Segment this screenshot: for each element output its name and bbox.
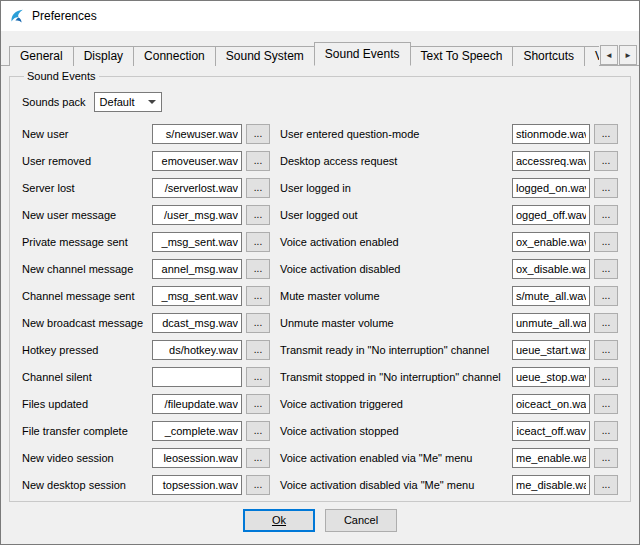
tab-display[interactable]: Display <box>73 46 134 66</box>
sound-file-input[interactable] <box>512 205 590 225</box>
event-label: Voice activation enabled <box>274 236 508 248</box>
titlebar: Preferences <box>1 1 639 31</box>
browse-button[interactable]: ... <box>594 340 618 360</box>
browse-button[interactable]: ... <box>246 394 270 414</box>
sound-file-input[interactable] <box>512 448 590 468</box>
sound-file-input[interactable] <box>152 313 242 333</box>
browse-button[interactable]: ... <box>246 124 270 144</box>
event-label: New broadcast message <box>22 317 148 329</box>
event-label: New desktop session <box>22 479 148 491</box>
tab-sound-events[interactable]: Sound Events <box>314 42 411 66</box>
browse-button[interactable]: ... <box>594 475 618 495</box>
window-title: Preferences <box>32 9 97 23</box>
event-label: Unmute master volume <box>274 317 508 329</box>
sound-file-input[interactable] <box>152 286 242 306</box>
browse-button[interactable]: ... <box>594 448 618 468</box>
tab-shortcuts[interactable]: Shortcuts <box>512 46 585 66</box>
sound-file-input[interactable] <box>152 475 242 495</box>
browse-button[interactable]: ... <box>246 178 270 198</box>
event-label: Transmit ready in "No interruption" chan… <box>274 344 508 356</box>
browse-button[interactable]: ... <box>246 448 270 468</box>
chevron-down-icon <box>148 100 156 104</box>
event-label: Transmit stopped in "No interruption" ch… <box>274 371 508 383</box>
browse-button[interactable]: ... <box>246 151 270 171</box>
sound-file-input[interactable] <box>512 313 590 333</box>
cancel-button[interactable]: Cancel <box>325 509 397 532</box>
event-label: Channel silent <box>22 371 148 383</box>
event-label: Voice activation stopped <box>274 425 508 437</box>
event-label: File transfer complete <box>22 425 148 437</box>
sound-file-input[interactable] <box>152 421 242 441</box>
sound-file-input[interactable] <box>152 178 242 198</box>
app-icon <box>9 8 25 24</box>
browse-button[interactable]: ... <box>594 286 618 306</box>
browse-button[interactable]: ... <box>594 394 618 414</box>
sound-file-input[interactable] <box>512 259 590 279</box>
tab-video[interactable]: Video <box>584 46 599 66</box>
browse-button[interactable]: ... <box>594 313 618 333</box>
event-label: User removed <box>22 155 148 167</box>
browse-button[interactable]: ... <box>594 205 618 225</box>
sound-file-input[interactable] <box>512 124 590 144</box>
sound-file-input[interactable] <box>512 394 590 414</box>
tab-scroll-left-button[interactable]: ◄ <box>600 45 618 65</box>
browse-button[interactable]: ... <box>594 421 618 441</box>
browse-button[interactable]: ... <box>246 367 270 387</box>
browse-button[interactable]: ... <box>246 475 270 495</box>
event-label: User logged out <box>274 209 508 221</box>
sound-file-input[interactable] <box>152 151 242 171</box>
event-label: User entered question-mode <box>274 128 508 140</box>
sound-file-input[interactable] <box>512 475 590 495</box>
sound-file-input[interactable] <box>512 151 590 171</box>
ok-button[interactable]: Ok <box>243 509 315 532</box>
sounds-pack-value: Default <box>100 96 135 108</box>
tab-scroll-control: ◄ ► <box>599 45 637 65</box>
sound-file-input[interactable] <box>152 340 242 360</box>
sound-file-input[interactable] <box>152 259 242 279</box>
browse-button[interactable]: ... <box>246 421 270 441</box>
event-label: Private message sent <box>22 236 148 248</box>
sound-file-input[interactable] <box>512 367 590 387</box>
browse-button[interactable]: ... <box>594 259 618 279</box>
sound-file-input[interactable] <box>512 232 590 252</box>
tab-bar: GeneralDisplayConnectionSound SystemSoun… <box>1 43 639 66</box>
event-label: Voice activation disabled via "Me" menu <box>274 479 508 491</box>
event-label: User logged in <box>274 182 508 194</box>
sound-file-input[interactable] <box>152 232 242 252</box>
event-label: New user <box>22 128 148 140</box>
event-label: Files updated <box>22 398 148 410</box>
sound-file-input[interactable] <box>152 124 242 144</box>
browse-button[interactable]: ... <box>246 232 270 252</box>
sound-events-grid: New user...User entered question-mode...… <box>22 124 618 495</box>
tab-general[interactable]: General <box>9 46 74 66</box>
sound-file-input[interactable] <box>512 178 590 198</box>
tab-connection[interactable]: Connection <box>133 46 216 66</box>
sound-file-input[interactable] <box>512 286 590 306</box>
groupbox-title: Sound Events <box>24 70 99 82</box>
sound-file-input[interactable] <box>512 421 590 441</box>
tab-sound-system[interactable]: Sound System <box>215 46 315 66</box>
tab-strip: GeneralDisplayConnectionSound SystemSoun… <box>9 42 599 66</box>
sound-file-input[interactable] <box>512 340 590 360</box>
browse-button[interactable]: ... <box>594 124 618 144</box>
sound-file-input[interactable] <box>152 394 242 414</box>
sound-file-input[interactable] <box>152 205 242 225</box>
browse-button[interactable]: ... <box>246 205 270 225</box>
browse-button[interactable]: ... <box>594 151 618 171</box>
event-label: Channel message sent <box>22 290 148 302</box>
preferences-window: Preferences GeneralDisplayConnectionSoun… <box>0 0 640 545</box>
sounds-pack-select[interactable]: Default <box>94 92 162 112</box>
browse-button[interactable]: ... <box>246 340 270 360</box>
browse-button[interactable]: ... <box>594 367 618 387</box>
sound-file-input[interactable] <box>152 448 242 468</box>
browse-button[interactable]: ... <box>594 232 618 252</box>
browse-button[interactable]: ... <box>246 259 270 279</box>
tab-scroll-right-button[interactable]: ► <box>619 45 637 65</box>
browse-button[interactable]: ... <box>594 178 618 198</box>
tab-text-to-speech[interactable]: Text To Speech <box>410 46 514 66</box>
event-label: Mute master volume <box>274 290 508 302</box>
browse-button[interactable]: ... <box>246 313 270 333</box>
browse-button[interactable]: ... <box>246 286 270 306</box>
event-label: Desktop access request <box>274 155 508 167</box>
sound-file-input[interactable] <box>152 367 242 387</box>
